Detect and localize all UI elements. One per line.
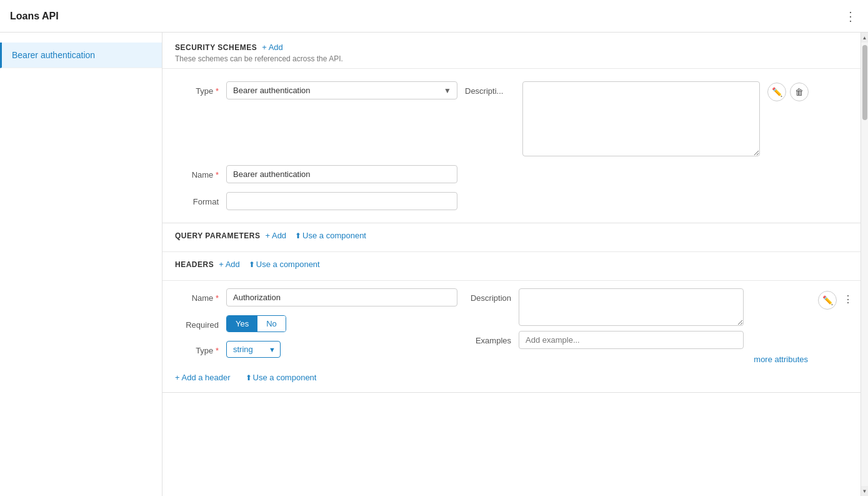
- description-label: Descripti...: [465, 81, 515, 96]
- required-row: Required Yes No: [175, 315, 457, 332]
- header-menu-icon[interactable]: ⋮: [844, 9, 858, 24]
- type-row: Type * Bearer authentication API Key OAu…: [175, 81, 760, 156]
- type-select-wrapper: Bearer authentication API Key OAuth2 Ope…: [226, 81, 457, 99]
- security-schemes-subtitle: These schemes can be referenced across t…: [175, 54, 856, 63]
- name-input[interactable]: [226, 165, 457, 183]
- delete-scheme-button[interactable]: 🗑: [790, 83, 809, 101]
- header-examples-input[interactable]: [519, 331, 744, 349]
- edit-header-button[interactable]: ✏️: [818, 291, 837, 310]
- more-attrs-container: more attributes: [467, 354, 808, 364]
- header-form: Name * Required Yes No: [162, 281, 868, 393]
- required-yes-button[interactable]: Yes: [227, 316, 257, 332]
- right-panel: SECURITY SCHEMES + Add These schemes can…: [162, 33, 868, 496]
- security-schemes-section: SECURITY SCHEMES + Add These schemes can…: [162, 33, 868, 69]
- header-actions: ✏️ ⋮: [818, 288, 856, 310]
- component-icon: ⬆: [295, 231, 301, 240]
- name-label: Name *: [175, 165, 219, 180]
- name-row: Name *: [175, 165, 760, 183]
- description-textarea[interactable]: [522, 81, 760, 156]
- header-more-menu-button[interactable]: ⋮: [841, 291, 856, 308]
- component-icon2: ⬆: [249, 260, 255, 269]
- add-header-link[interactable]: + Add: [219, 260, 240, 269]
- type-label: Type *: [175, 81, 219, 96]
- format-row: Format: [175, 192, 760, 210]
- scroll-thumb[interactable]: [862, 45, 867, 120]
- header-name-label: Name *: [175, 288, 219, 303]
- format-label: Format: [175, 192, 219, 206]
- header-type-row: Type * string integer boolean array: [175, 341, 457, 358]
- more-attributes-link[interactable]: more attributes: [754, 355, 808, 364]
- scheme-actions: ✏️ 🗑: [767, 79, 809, 101]
- use-component-header-link2[interactable]: ⬆ Use a component: [246, 373, 317, 382]
- scroll-thumb-area: [862, 43, 867, 486]
- left-panel: Bearer authentication: [0, 33, 162, 496]
- type-select[interactable]: Bearer authentication API Key OAuth2 Ope…: [226, 81, 457, 99]
- scheme-form: Type * Bearer authentication API Key OAu…: [162, 69, 868, 223]
- header-type-label: Type *: [175, 341, 219, 355]
- use-component-query-link[interactable]: ⬆ Use a component: [295, 231, 366, 240]
- header-desc-row: Description: [467, 288, 808, 326]
- add-security-scheme-link[interactable]: + Add: [262, 43, 283, 52]
- format-input[interactable]: [226, 192, 457, 210]
- security-schemes-title: SECURITY SCHEMES: [175, 43, 257, 52]
- sidebar-item-bearer-auth[interactable]: Bearer authentication: [0, 43, 162, 68]
- headers-section: HEADERS + Add ⬆ Use a component: [162, 252, 868, 281]
- scroll-up-button[interactable]: ▲: [861, 33, 868, 43]
- headers-title: HEADERS: [175, 260, 214, 269]
- type-select-wrapper2: string integer boolean array object ▼: [226, 341, 281, 358]
- scrollbar-track: ▲ ▼: [861, 33, 868, 496]
- edit-scheme-button[interactable]: ✏️: [767, 83, 786, 101]
- component-icon3: ⬆: [246, 373, 252, 382]
- header-examples-label: Examples: [467, 331, 511, 345]
- add-header-row: + Add a header ⬆ Use a component: [175, 373, 856, 382]
- use-component-header-link[interactable]: ⬆ Use a component: [249, 260, 320, 269]
- add-a-header-link[interactable]: + Add a header: [175, 373, 231, 382]
- add-query-param-link[interactable]: + Add: [265, 231, 286, 240]
- required-label: Required: [175, 315, 219, 330]
- required-no-button[interactable]: No: [257, 316, 286, 332]
- header-name-row: Name *: [175, 288, 457, 306]
- header-desc-label: Description: [467, 288, 511, 303]
- query-parameters-section: QUERY PARAMETERS + Add ⬆ Use a component: [162, 223, 868, 252]
- scroll-down-button[interactable]: ▼: [861, 486, 868, 496]
- header-name-input[interactable]: [226, 288, 457, 306]
- app-title: Loans API: [10, 11, 59, 22]
- header-type-select[interactable]: string integer boolean array object: [226, 341, 281, 358]
- header-desc-textarea[interactable]: [519, 288, 744, 326]
- required-toggle[interactable]: Yes No: [226, 315, 286, 332]
- header-examples-row: Examples: [467, 331, 808, 349]
- query-params-title: QUERY PARAMETERS: [175, 231, 260, 240]
